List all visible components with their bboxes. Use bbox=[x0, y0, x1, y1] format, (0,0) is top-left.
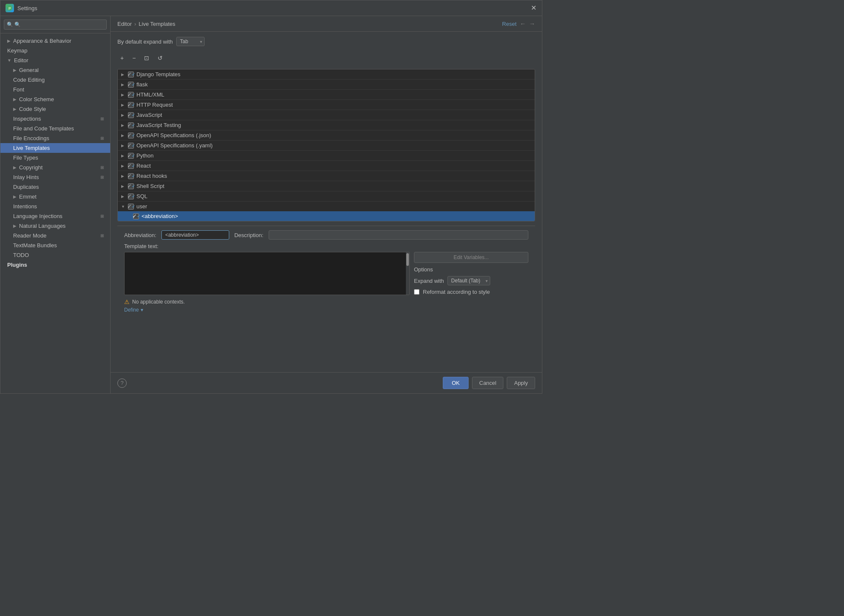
template-group-checkbox-python[interactable]: ✓ bbox=[128, 153, 134, 159]
sidebar-item-intentions[interactable]: Intentions bbox=[0, 202, 110, 211]
breadcrumb-separator: › bbox=[134, 21, 136, 27]
template-group-row-django[interactable]: ▶ ✓ Django Templates bbox=[118, 69, 535, 79]
abbreviation-input[interactable] bbox=[161, 230, 229, 240]
template-group-row-openapi-yaml[interactable]: ▶ ✓ OpenAPI Specifications (.yaml) bbox=[118, 141, 535, 150]
sidebar-item-todo[interactable]: TODO bbox=[0, 250, 110, 260]
template-group-checkbox-flask[interactable]: ✓ bbox=[128, 82, 134, 88]
back-button[interactable]: ← bbox=[520, 20, 526, 27]
template-group-checkbox-react[interactable]: ✓ bbox=[128, 163, 134, 169]
template-group-label: React bbox=[136, 163, 151, 169]
template-group-checkbox-js-testing[interactable]: ✓ bbox=[128, 122, 134, 128]
sidebar-item-file-types[interactable]: File Types bbox=[0, 153, 110, 163]
template-group-checkbox-django[interactable]: ✓ bbox=[128, 72, 134, 77]
expand-chevron-icon: ▶ bbox=[121, 133, 125, 138]
template-group-row-html[interactable]: ▶ ✓ HTML/XML bbox=[118, 90, 535, 99]
sidebar-item-label: Editor bbox=[14, 57, 28, 64]
template-group-row-js[interactable]: ▶ ✓ JavaScript bbox=[118, 110, 535, 120]
sidebar-item-appearance[interactable]: ▶ Appearance & Behavior bbox=[0, 36, 110, 46]
sidebar-item-label: Plugins bbox=[7, 262, 27, 268]
sidebar-item-file-encodings[interactable]: File Encodings ⊞ bbox=[0, 133, 110, 143]
search-input[interactable] bbox=[4, 19, 107, 30]
define-arrow-icon[interactable]: ▾ bbox=[141, 307, 143, 313]
expand-chevron-icon: ▶ bbox=[121, 83, 125, 87]
sidebar-item-general[interactable]: ▶ General bbox=[0, 65, 110, 75]
help-button[interactable]: ? bbox=[117, 378, 127, 388]
template-group-checkbox-html[interactable]: ✓ bbox=[128, 92, 134, 98]
sidebar-item-color-scheme[interactable]: ▶ Color Scheme bbox=[0, 94, 110, 104]
description-input[interactable] bbox=[269, 230, 528, 240]
sidebar-item-textmate-bundles[interactable]: TextMate Bundles bbox=[0, 240, 110, 250]
template-group-label: Django Templates bbox=[136, 71, 180, 77]
sidebar-item-language-injections[interactable]: Language Injections ⊞ bbox=[0, 211, 110, 221]
template-group-row-openapi-json[interactable]: ▶ ✓ OpenAPI Specifications (.json) bbox=[118, 130, 535, 140]
editor-scrollbar[interactable] bbox=[406, 252, 409, 295]
template-group-checkbox-openapi-json[interactable]: ✓ bbox=[128, 133, 134, 138]
sidebar-item-editor[interactable]: ▼ Editor bbox=[0, 55, 110, 65]
template-group-row-python[interactable]: ▶ ✓ Python bbox=[118, 151, 535, 160]
apply-button[interactable]: Apply bbox=[507, 377, 535, 389]
sidebar-item-inlay-hints[interactable]: Inlay Hints ⊞ bbox=[0, 172, 110, 182]
cancel-button[interactable]: Cancel bbox=[472, 377, 503, 389]
sidebar-item-font[interactable]: Font bbox=[0, 85, 110, 94]
sidebar-item-code-style[interactable]: ▶ Code Style bbox=[0, 104, 110, 114]
template-group-checkbox-shell[interactable]: ✓ bbox=[128, 183, 134, 189]
template-item-checkbox[interactable]: ✓ bbox=[133, 213, 139, 219]
sidebar-item-keymap[interactable]: Keymap bbox=[0, 46, 110, 55]
sidebar-item-inspections[interactable]: Inspections ⊞ bbox=[0, 114, 110, 124]
sidebar-item-natural-languages[interactable]: ▶ Natural Languages bbox=[0, 221, 110, 231]
expand-with-select[interactable]: Tab Enter Space bbox=[176, 37, 205, 46]
template-group-checkbox-js[interactable]: ✓ bbox=[128, 112, 134, 118]
template-group-label: Shell Script bbox=[136, 183, 164, 189]
template-group-row-flask[interactable]: ▶ ✓ flask bbox=[118, 80, 535, 89]
reset-template-button[interactable]: ↺ bbox=[155, 53, 166, 63]
sidebar-item-file-code-templates[interactable]: File and Code Templates bbox=[0, 124, 110, 133]
expand-with-row: By default expand with Tab Enter Space ▾ bbox=[117, 37, 535, 46]
template-group-row-js-testing[interactable]: ▶ ✓ JavaScript Testing bbox=[118, 120, 535, 130]
template-editor-row: Edit Variables... Options Expand with De… bbox=[124, 252, 528, 295]
template-group-checkbox-openapi-yaml[interactable]: ✓ bbox=[128, 143, 134, 149]
settings-badge-icon: ⊞ bbox=[99, 135, 105, 141]
template-item-abbreviation[interactable]: ✓ <abbreviation> bbox=[118, 211, 535, 221]
template-group-label: user bbox=[136, 203, 147, 210]
nav-tree: ▶ Appearance & Behavior Keymap ▼ Editor … bbox=[0, 33, 110, 393]
template-group-checkbox-sql[interactable]: ✓ bbox=[128, 193, 134, 199]
forward-button[interactable]: → bbox=[529, 20, 535, 27]
template-group-row-http[interactable]: ▶ ✓ HTTP Request bbox=[118, 100, 535, 110]
edit-variables-button[interactable]: Edit Variables... bbox=[414, 252, 528, 263]
template-group-row-react[interactable]: ▶ ✓ React bbox=[118, 161, 535, 171]
remove-template-button[interactable]: − bbox=[129, 53, 139, 63]
template-group-row-react-hooks[interactable]: ▶ ✓ React hooks bbox=[118, 171, 535, 181]
options-panel: Edit Variables... Options Expand with De… bbox=[414, 252, 528, 295]
fields-row: Abbreviation: Description: bbox=[124, 230, 528, 240]
reformat-checkbox[interactable] bbox=[414, 289, 419, 295]
sidebar-item-duplicates[interactable]: Duplicates bbox=[0, 182, 110, 192]
reformat-option-row: Reformat according to style bbox=[414, 289, 528, 295]
template-group-row-shell[interactable]: ▶ ✓ Shell Script bbox=[118, 181, 535, 191]
define-link[interactable]: Define bbox=[124, 307, 139, 313]
template-group-row-sql[interactable]: ▶ ✓ SQL bbox=[118, 191, 535, 201]
expand-with-option-select[interactable]: Default (Tab) Tab Enter Space bbox=[447, 276, 490, 285]
expand-chevron-icon: ▶ bbox=[121, 103, 125, 107]
ok-button[interactable]: OK bbox=[443, 377, 469, 389]
template-group-checkbox-user[interactable]: ✓ bbox=[128, 204, 134, 210]
expand-chevron-icon: ▶ bbox=[121, 123, 125, 127]
template-group-checkbox-http[interactable]: ✓ bbox=[128, 102, 134, 108]
template-editor[interactable] bbox=[124, 252, 410, 295]
sidebar-item-copyright[interactable]: ▶ Copyright ⊞ bbox=[0, 163, 110, 172]
close-button[interactable]: ✕ bbox=[530, 5, 537, 11]
reset-button[interactable]: Reset bbox=[502, 21, 516, 27]
abbreviation-label: Abbreviation: bbox=[124, 232, 156, 238]
template-group-row-user[interactable]: ▼ ✓ user bbox=[118, 202, 535, 211]
template-group-checkbox-react-hooks[interactable]: ✓ bbox=[128, 173, 134, 179]
sidebar-item-emmet[interactable]: ▶ Emmet bbox=[0, 192, 110, 202]
add-template-button[interactable]: + bbox=[117, 53, 127, 63]
copy-template-button[interactable]: ⊡ bbox=[141, 53, 152, 63]
window-title: Settings bbox=[17, 5, 37, 11]
sidebar-item-plugins[interactable]: Plugins bbox=[0, 260, 110, 270]
sidebar-item-reader-mode[interactable]: Reader Mode ⊞ bbox=[0, 231, 110, 240]
sidebar-item-code-editing[interactable]: Code Editing bbox=[0, 75, 110, 85]
sidebar-item-label: Code Editing bbox=[13, 77, 44, 83]
settings-badge-icon: ⊞ bbox=[99, 213, 105, 219]
sidebar-item-live-templates[interactable]: Live Templates bbox=[0, 143, 110, 153]
settings-badge-icon: ⊞ bbox=[99, 116, 105, 122]
